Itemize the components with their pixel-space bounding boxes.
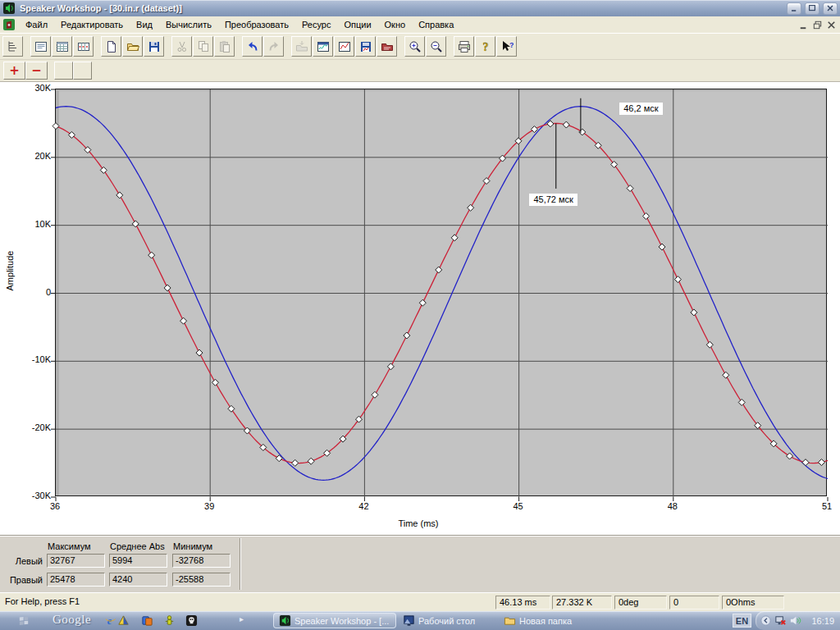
title-bar[interactable]: Speaker Workshop - [30.in.r (dataset)] [0,0,840,16]
y-tick-label: 0 [15,287,51,297]
help-button[interactable]: ? [475,36,495,57]
stats-header-avg: Среднее Abs [110,541,165,551]
chart-area: Amplitude Time (ms) 36394245485130K20K10… [0,81,840,535]
annotation-label: 45,72 мск [529,194,577,206]
taskbar-button-speaker-workshop[interactable]: Speaker Workshop - [... [273,613,396,628]
zoom-in-icon [409,40,422,53]
x-tick-label: 42 [347,501,380,511]
taskbar-button-label: Speaker Workshop - [... [294,616,389,626]
close-button[interactable] [823,2,838,15]
mdi-restore-button[interactable] [810,19,824,31]
network-offline-icon[interactable] [774,614,787,627]
speaker-workshop-icon [2,2,16,15]
svg-text:?: ? [482,41,488,53]
waveform-svg[interactable] [56,89,828,497]
y-tick-label: 20K [15,151,51,161]
tray-collapse-icon[interactable] [760,614,772,627]
folder-icon [504,614,516,627]
status-time-panel: 46.13 ms [495,596,550,609]
language-indicator[interactable]: EN [733,614,751,628]
tray-clock[interactable]: 16:19 [811,616,840,626]
new-button[interactable] [101,36,121,57]
stat-left-min: -32768 [172,554,231,568]
menu-item-edit[interactable]: Редактировать [54,17,130,32]
remove-button[interactable]: − [25,62,48,80]
menu-item-window[interactable]: Окно [378,17,413,32]
mdi-close-button[interactable] [824,19,838,31]
cut-icon [176,40,189,53]
menu-item-calculate[interactable]: Вычислить [159,17,218,32]
zoom-out-button[interactable] [426,36,446,57]
y-tick-label: -10K [15,354,51,364]
stat-left-avg: 5994 [109,554,167,568]
desktop: { "window": { "title": "Speaker Workshop… [0,0,840,630]
system-tray: 16:19 [756,611,840,630]
view-notes-button[interactable] [30,36,51,57]
chart-line-icon [338,40,351,53]
zoom-out-icon [430,40,443,53]
menu-item-transform[interactable]: Преобразовать [218,17,295,32]
view-datasheet-button[interactable] [52,36,72,57]
taskbar-button-desktop[interactable]: Рабочий стол [398,613,480,628]
statistics-panel: Максимум Среднее Abs Минимум Левый 32767… [0,535,840,592]
copy-button [193,36,213,57]
undo-button[interactable] [242,36,262,57]
desktop-icon [403,614,415,627]
y-tick-label: 10K [15,219,51,229]
save-chart-icon [359,40,372,53]
toolbar-separator [235,34,242,59]
view-columns-button[interactable] [73,36,94,57]
delphi-icon[interactable] [117,614,130,627]
paste-icon [218,40,231,53]
mdi-minimize-button[interactable] [797,19,810,31]
internet-explorer-icon[interactable]: e [104,614,116,627]
volume-icon[interactable] [789,614,801,627]
add-button[interactable]: + [3,62,25,80]
redo-icon [267,40,281,53]
save-button[interactable] [144,36,164,57]
import-button [291,36,312,57]
mdi-window-controls [797,19,838,31]
minimize-button[interactable] [787,2,801,15]
menu-item-options[interactable]: Опции [337,17,377,32]
menu-item-resource[interactable]: Ресурс [295,17,337,32]
toolbar-separator [24,34,30,59]
cards-app-icon[interactable] [141,614,153,627]
dataset-window-icon[interactable] [2,18,16,31]
help-icon: ? [479,40,492,53]
y-tick-label: -30K [15,491,51,500]
svg-text:?: ? [509,40,514,48]
skull-app-icon[interactable] [185,614,198,627]
zoom-in-button[interactable] [404,36,425,57]
blank-button-2[interactable] [73,62,92,80]
google-toolbar-label[interactable]: Google [52,613,91,627]
print-button[interactable] [454,36,474,57]
open-button[interactable] [122,36,143,57]
blank-button-1[interactable] [54,62,73,80]
x-tick-label: 39 [193,501,226,511]
context-help-button[interactable]: ? [496,36,517,57]
export-chart-icon [381,40,394,53]
stat-right-min: -25588 [172,573,231,587]
quick-launch-expand-icon[interactable]: ▸ [240,614,244,623]
menu-item-file[interactable]: Файл [19,17,54,32]
tree-view-button[interactable] [2,36,23,57]
status-bar: For Help, press F1 46.13 ms 27.332 K 0de… [0,592,840,611]
view-columns-icon [77,40,90,53]
menu-item-view[interactable]: Вид [130,17,159,32]
export-chart-button[interactable] [377,36,397,57]
menu-bar: Файл Редактировать Вид Вычислить Преобра… [0,16,840,33]
waveform-plot[interactable] [55,89,827,496]
start-flag-icon[interactable] [18,614,30,627]
chart-view-button[interactable] [334,36,354,57]
taskbar-button-new-folder[interactable]: Новая папка [499,613,577,628]
save-chart-button[interactable] [355,36,376,57]
taskbar-button-label: Новая папка [519,616,572,626]
context-help-icon: ? [500,40,514,53]
menu-item-help[interactable]: Справка [412,17,460,32]
import-folder-icon [295,40,308,53]
robot-app-icon[interactable] [163,614,176,627]
chart-window-button[interactable] [313,36,333,57]
maximize-button[interactable] [805,2,819,15]
paste-button [214,36,235,57]
